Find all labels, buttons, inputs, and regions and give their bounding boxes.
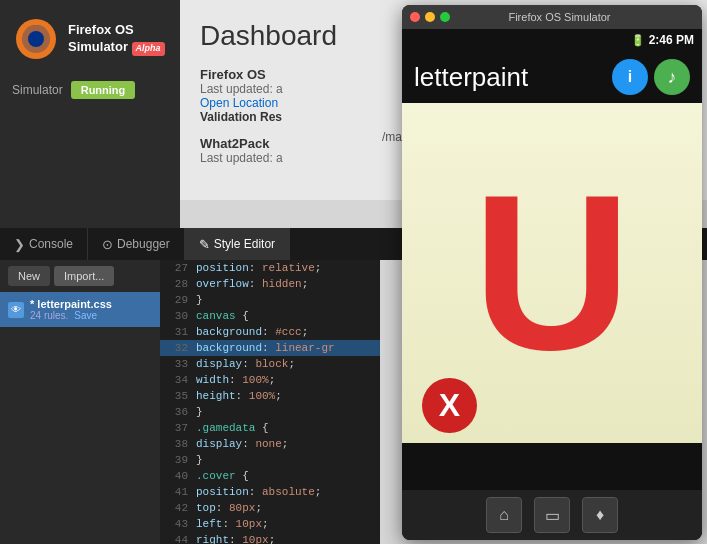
status-time: 2:46 PM: [649, 33, 694, 47]
save-link[interactable]: Save: [74, 310, 97, 321]
running-badge[interactable]: Running: [71, 81, 136, 99]
simulator-label: Simulator: [12, 83, 63, 97]
firefox-logo-area: Firefox OS Simulator Alpha: [0, 0, 180, 73]
code-line-37: 37 .gamedata {: [160, 420, 380, 436]
battery-icon: 🔋: [631, 34, 645, 47]
phone-app: letterpaint i ♪ U X: [402, 51, 702, 490]
devtools-tab-style-editor[interactable]: ✎ Style Editor: [185, 228, 290, 260]
debugger-tab-label: Debugger: [117, 237, 170, 251]
style-editor-icon: ✎: [199, 237, 210, 252]
info-button[interactable]: i: [612, 59, 648, 95]
home-button[interactable]: ⌂: [486, 497, 522, 533]
code-line-41: 41 position: absolute;: [160, 484, 380, 500]
phone-window-title: Firefox OS Simulator: [455, 11, 664, 23]
import-button[interactable]: Import...: [54, 266, 114, 286]
phone-window: Firefox OS Simulator 🔋 2:46 PM letterpai…: [402, 5, 702, 540]
devtools-tab-console[interactable]: ❯ Console: [0, 228, 88, 260]
firefox-icon: [12, 15, 60, 63]
phone-app-header: letterpaint i ♪: [402, 51, 702, 103]
phone-titlebar: Firefox OS Simulator: [402, 5, 702, 29]
bookmark-button[interactable]: ♦: [582, 497, 618, 533]
console-tab-label: Console: [29, 237, 73, 251]
new-button[interactable]: New: [8, 266, 50, 286]
code-line-34: 34 width: 100%;: [160, 372, 380, 388]
back-button[interactable]: ▭: [534, 497, 570, 533]
code-line-27: 27 position: relative;: [160, 260, 380, 276]
debugger-icon: ⊙: [102, 237, 113, 252]
code-line-36: 36 }: [160, 404, 380, 420]
file-sidebar: New Import... 👁 * letterpaint.css 24 rul…: [0, 260, 160, 544]
code-line-31: 31 background: #ccc;: [160, 324, 380, 340]
app-name: letterpaint: [414, 62, 528, 93]
code-line-33: 33 display: block;: [160, 356, 380, 372]
file-rules: 24 rules. Save: [30, 310, 152, 321]
svg-point-2: [28, 31, 44, 47]
eye-icon: 👁: [8, 302, 24, 318]
code-line-40: 40 .cover {: [160, 468, 380, 484]
header-icons: i ♪: [612, 59, 690, 95]
code-line-32: 32 background: linear-gr: [160, 340, 380, 356]
bookmark-icon: ♦: [596, 506, 604, 524]
file-name: * letterpaint.css: [30, 298, 152, 310]
phone-bottom-bar: ⌂ ▭ ♦: [402, 490, 702, 540]
console-arrow-icon: ❯: [14, 237, 25, 252]
file-entry[interactable]: 👁 * letterpaint.css 24 rules. Save: [0, 292, 160, 327]
code-line-43: 43 left: 10px;: [160, 516, 380, 532]
phone-canvas[interactable]: U X: [402, 103, 702, 443]
letter-display: U: [473, 163, 632, 383]
code-line-42: 42 top: 80px;: [160, 500, 380, 516]
code-line-30: 30 canvas {: [160, 308, 380, 324]
simulator-row: Simulator Running: [0, 73, 180, 107]
minimize-window-button[interactable]: [425, 12, 435, 22]
file-info: * letterpaint.css 24 rules. Save: [30, 298, 152, 321]
info-icon: i: [628, 68, 632, 86]
code-line-29: 29 }: [160, 292, 380, 308]
code-line-28: 28 overflow: hidden;: [160, 276, 380, 292]
file-buttons: New Import...: [0, 260, 160, 292]
code-line-39: 39 }: [160, 452, 380, 468]
phone-status-bar: 🔋 2:46 PM: [402, 29, 702, 51]
back-icon: ▭: [545, 506, 560, 525]
url-partial: /ma: [382, 130, 402, 144]
close-overlay-button[interactable]: X: [422, 378, 477, 433]
code-editor[interactable]: 27 position: relative; 28 overflow: hidd…: [160, 260, 380, 544]
firefox-title-text: Firefox OS Simulator Alpha: [68, 22, 165, 56]
devtools-tab-debugger[interactable]: ⊙ Debugger: [88, 228, 185, 260]
alpha-badge: Alpha: [132, 42, 165, 56]
code-line-35: 35 height: 100%;: [160, 388, 380, 404]
style-editor-tab-label: Style Editor: [214, 237, 275, 251]
music-icon: ♪: [668, 67, 677, 88]
code-line-38: 38 display: none;: [160, 436, 380, 452]
maximize-window-button[interactable]: [440, 12, 450, 22]
rules-count: 24 rules.: [30, 310, 68, 321]
home-icon: ⌂: [499, 506, 509, 524]
code-line-44: 44 right: 10px;: [160, 532, 380, 544]
main-window: Firefox OS Simulator Alpha Simulator Run…: [0, 0, 707, 544]
close-window-button[interactable]: [410, 12, 420, 22]
music-button[interactable]: ♪: [654, 59, 690, 95]
